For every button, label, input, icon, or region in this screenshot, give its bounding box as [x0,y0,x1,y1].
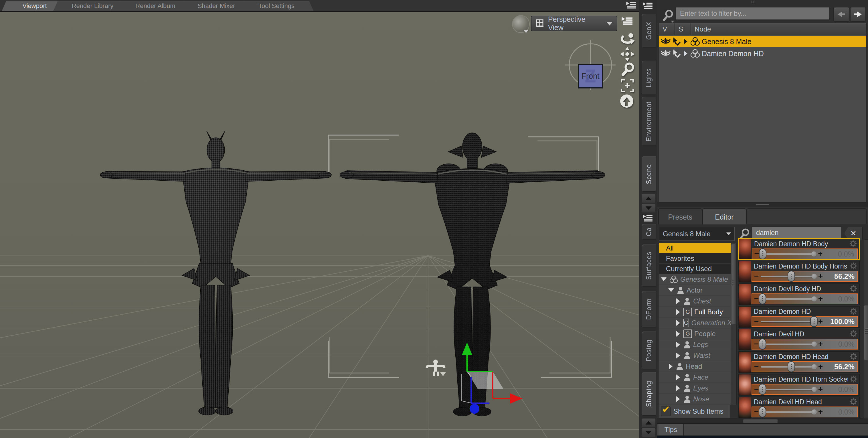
morph-search-input[interactable] [751,226,842,239]
eye-icon[interactable] [661,38,671,45]
gear-icon[interactable] [849,352,858,360]
slider-thumb[interactable] [759,293,766,304]
node-row-genesis8male[interactable]: Genesis 8 Male [659,36,866,47]
slider-value[interactable]: 100.0% [825,318,858,326]
filter-next-button[interactable] [850,7,866,22]
category-currently-used[interactable]: Currently Used [659,264,731,274]
increment-button[interactable]: + [816,340,825,349]
slider-track[interactable] [761,384,816,394]
gear-icon[interactable] [849,307,858,315]
filter-prev-button[interactable] [833,7,849,22]
slider-row[interactable]: − + 56.2% [751,271,858,282]
caret-right-icon[interactable] [676,385,680,391]
slider-track[interactable] [761,271,816,281]
slider-value[interactable]: 0.0% [825,385,858,393]
gear-icon[interactable] [849,240,857,247]
dock-scroll-up-button-2[interactable] [642,418,655,427]
increment-button[interactable]: + [816,272,825,281]
caret-right-icon[interactable] [676,320,680,326]
dock-tab-cameras[interactable]: Ca [642,224,656,240]
horizontal-scrollbar-thumb[interactable] [743,419,778,423]
dock-pane-menu-icon-bottom[interactable] [642,214,655,223]
tree-item-legs[interactable]: Legs [659,339,731,350]
camera-cycle-chevron-icon[interactable] [524,30,528,33]
universal-tool-figure-icon[interactable] [426,359,446,376]
slider-value[interactable]: 0.0% [825,408,858,416]
show-sub-items-checkbox[interactable]: ✔ [661,407,671,416]
slider-thumb[interactable] [810,316,818,327]
slider-row[interactable]: − + 0.0% [751,339,858,350]
dock-tab-genx[interactable]: GenX [642,14,656,48]
viewport-3d[interactable]: Perspective View [0,11,639,438]
tree-item-people[interactable]: G People [659,328,731,339]
dock-tab-posing[interactable]: Posing [642,331,656,369]
slider-track[interactable] [761,317,816,326]
view-cube-front-face[interactable]: Z Front [578,64,603,88]
column-selectability[interactable]: S [675,23,691,35]
dock-scroll-up-button[interactable] [642,194,655,203]
slider-value[interactable]: 56.2% [825,272,858,281]
category-all[interactable]: All [659,243,731,253]
tree-item-head[interactable]: Head [659,361,731,372]
slider-card-damien-demon-hd-body-horns[interactable]: Damien Demon HD Body Horns − + 56.2% [738,261,860,283]
category-list-scrollbar[interactable] [731,243,737,405]
tree-item-waist[interactable]: Waist [659,350,731,361]
figure-dropdown[interactable]: Genesis 8 Male [659,227,735,241]
scene-filter-input[interactable] [675,7,830,20]
caret-right-icon[interactable] [669,363,673,369]
slider-value[interactable]: 56.2% [825,363,858,371]
pointer-select-icon[interactable] [672,49,681,58]
category-favorites[interactable]: Favorites [659,253,731,264]
slider-track[interactable] [761,407,816,417]
caret-down-icon[interactable] [661,278,666,281]
column-node[interactable]: Node [691,23,866,35]
decrement-button[interactable]: − [752,317,761,326]
node-row-damien-demon-hd[interactable]: Damien Demon HD [659,48,866,59]
eye-icon[interactable] [661,50,671,57]
decrement-button[interactable]: − [752,362,761,371]
tree-item-face[interactable]: Face [659,372,731,383]
slider-card-damien-demon-hd[interactable]: Damien Demon HD − + 100.0% [738,306,860,328]
gear-icon[interactable] [849,285,858,293]
aim-home-icon[interactable] [619,94,634,109]
viewport-pane-menu-icon[interactable] [621,16,633,26]
dock-scroll-down-button-2[interactable] [642,428,655,437]
gear-icon[interactable] [849,398,858,406]
slider-track[interactable] [761,249,816,259]
slider-card-damien-devil-hd-head[interactable]: Damien Devil HD Head − + 0.0% [738,397,860,418]
dock-tab-dform[interactable]: DForm [642,291,656,327]
orbit-rotate-icon[interactable] [620,32,635,47]
slider-thumb[interactable] [759,384,766,395]
slider-card-damien-demon-hd-head[interactable]: Damien Demon HD Head − + 56.2% [738,351,860,373]
caret-right-icon[interactable] [676,309,680,315]
gear-icon[interactable] [849,330,858,338]
slider-row[interactable]: − + 56.2% [751,361,858,372]
increment-button[interactable]: + [816,249,825,259]
slider-card-damien-devil-body-hd[interactable]: Damien Devil Body HD − + 0.0% [738,284,860,305]
increment-button[interactable]: + [816,385,825,394]
tree-item-actor[interactable]: Actor [659,285,731,296]
dock-tab-lights[interactable]: Lights [642,61,656,95]
caret-down-icon[interactable] [668,288,674,292]
slider-row[interactable]: − + 100.0% [751,316,858,327]
tree-item-genesis-8-male[interactable]: Genesis 8 Male [659,274,731,285]
caret-right-icon[interactable] [676,353,680,358]
slider-card-damien-devil-hd[interactable]: Damien Devil HD − + 0.0% [738,329,860,350]
slider-card-damien-demon-hd-body[interactable]: Damien Demon HD Body − + 0.0% [738,238,860,260]
zoom-icon[interactable] [620,62,635,77]
tab-presets[interactable]: Presets [658,208,702,225]
caret-right-icon[interactable] [676,396,680,402]
column-visibility[interactable]: V [659,23,675,35]
slider-row[interactable]: − + 0.0% [752,249,858,259]
gear-icon[interactable] [849,375,858,383]
tree-item-eyes[interactable]: Eyes [659,383,731,393]
slider-value[interactable]: 0.0% [825,250,857,258]
pointer-select-icon[interactable] [672,37,681,46]
slider-thumb[interactable] [787,271,795,282]
slider-thumb[interactable] [787,361,795,372]
slider-track[interactable] [761,362,816,372]
slider-thumb[interactable] [759,249,766,259]
caret-right-icon[interactable] [676,331,680,337]
increment-button[interactable]: + [816,362,825,371]
slider-value[interactable]: 0.0% [825,295,858,303]
